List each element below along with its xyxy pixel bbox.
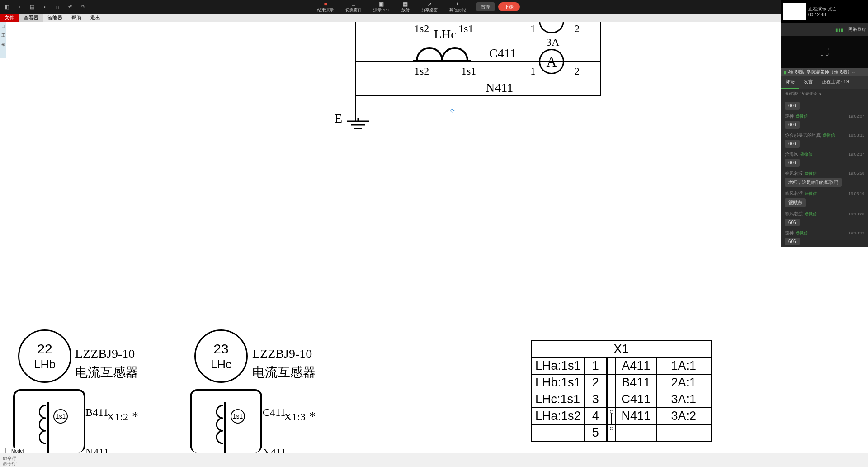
comp-22-n: N411	[85, 446, 109, 453]
fullscreen-icon[interactable]: ⛶	[820, 47, 829, 57]
app-logo-icon: ◧	[2, 2, 11, 11]
chat-settings[interactable]: 允许学生发表评论▾	[781, 89, 868, 99]
broadcast-button[interactable]: ▦放射	[396, 0, 415, 14]
chat-message: 春风若渡@微信19:06:19 很励志	[781, 189, 868, 209]
tool-1[interactable]: □	[0, 22, 6, 31]
signal-icon: ▮▮▮	[835, 27, 844, 32]
more-button[interactable]: +其他功能	[444, 0, 471, 14]
comp-23-winding-icon	[216, 403, 230, 453]
video-thumbnail[interactable]: 正在演示·桌面 00:12:48	[781, 0, 868, 23]
video-info: 正在演示·桌面 00:12:48	[808, 6, 837, 17]
new-icon[interactable]: ▫	[15, 2, 24, 11]
tab-comments[interactable]: 评论	[781, 76, 799, 89]
ammeter-icon: A	[539, 49, 564, 74]
x1-cell: LHa:1s2	[532, 408, 585, 424]
label-lhc: LHc	[434, 27, 457, 42]
share-desktop-button[interactable]: ↗分享桌面	[416, 0, 443, 14]
comp-22-star: *	[132, 409, 138, 424]
network-status: 网络良好	[848, 26, 866, 33]
signal-dot-icon: ▮	[784, 70, 787, 75]
undo-icon[interactable]: ↶	[66, 2, 75, 11]
label-1s2-mid: 1s2	[414, 65, 429, 77]
x1-cell: 4	[585, 408, 607, 424]
chat-tabs: 评论 发言 正在上课 · 19	[781, 76, 868, 89]
component-22-circle: 22 LHb	[18, 329, 71, 383]
menu-help[interactable]: 帮助	[67, 14, 86, 22]
end-class-button[interactable]: 下课	[498, 2, 520, 11]
save-icon[interactable]: ▪	[40, 2, 49, 11]
refresh-icon: ⟳	[450, 108, 455, 114]
tab-speak[interactable]: 发言	[799, 76, 817, 89]
chevron-down-icon[interactable]: ▾	[819, 92, 821, 96]
comp-22-wire: B411	[85, 406, 108, 419]
chat-message: 春风若渡@微信19:10:28 666	[781, 209, 868, 228]
x1-cell	[657, 425, 711, 441]
meeting-toolbar: ■结束演示 □切换窗口 ▣演示PPT ▦放射 ↗分享桌面 +其他功能 暂停 下课	[312, 0, 520, 14]
comp-22-winding-icon	[39, 403, 52, 453]
table-row: LHb:1s1 2 B411 2A:1	[532, 375, 711, 391]
end-present-button[interactable]: ■结束演示	[312, 0, 339, 14]
switch-window-button[interactable]: □切换窗口	[340, 0, 367, 14]
x1-cell: 2	[585, 375, 607, 391]
x1-cell: 5	[585, 425, 607, 441]
window-titlebar: ◧ ▫ ▤ ▪ n ↶ ↷ ■结束演示 □切换窗口 ▣演示PPT ▦放射 ↗分享…	[0, 0, 868, 14]
x1-cell: C411	[616, 391, 657, 407]
coil-icon	[412, 43, 476, 62]
comp-23-name: 电流互感器	[252, 364, 316, 381]
redo-icon[interactable]: ↷	[78, 2, 87, 11]
comp-23-num: 23	[203, 341, 239, 357]
comp-22-code: LHb	[34, 357, 56, 372]
command-line[interactable]: 命令行 命令行:	[0, 455, 20, 467]
menu-exit[interactable]: 退出	[86, 14, 105, 22]
label-c411: C411	[489, 46, 516, 61]
video-preview[interactable]: ⛶	[781, 36, 868, 68]
x1-cell	[616, 425, 657, 441]
comp-23-code: LHc	[211, 357, 231, 372]
comp-23-terminal: 1s1	[231, 409, 245, 424]
x1-cell: LHb:1s1	[532, 375, 585, 391]
table-row: LHa:1s1 1 A411 1A:1	[532, 358, 711, 375]
presenter-caption: ▮ 雄飞培训学院廖老师（雄飞培训...	[781, 68, 868, 76]
label-1s1-top: 1s1	[458, 23, 473, 35]
label-1-top: 1	[530, 23, 536, 35]
label-ground-e: E	[335, 111, 342, 126]
thumbnail-image	[783, 3, 806, 20]
comp-22-terminal: 1s1	[53, 409, 68, 424]
pause-button[interactable]: 暂停	[476, 2, 495, 11]
quick-access-toolbar: ◧ ▫ ▤ ▪ n ↶ ↷	[0, 2, 87, 11]
chat-message: 666	[781, 99, 868, 111]
menu-bar: 文件 查看器 智能器 帮助 退出	[0, 14, 868, 23]
tool-3[interactable]: ◉	[0, 40, 6, 49]
chat-message: 春风若渡@微信19:05:58 老师，这是咱们的班歌吗	[781, 168, 868, 189]
left-toolbar: □ 工 ◉	[0, 22, 6, 58]
label-1-mid: 1	[530, 65, 536, 77]
x1-cell: B411	[616, 375, 657, 391]
menu-smart[interactable]: 智能器	[43, 14, 67, 22]
x1-jumper	[607, 391, 616, 407]
x1-cell: 2A:1	[657, 375, 711, 391]
comp-23-wire: C411	[263, 406, 286, 419]
x1-cell: 1	[585, 358, 607, 374]
menu-viewer[interactable]: 查看器	[19, 14, 43, 22]
x1-cell: A411	[616, 358, 657, 374]
x1-cell: 3A:2	[657, 408, 711, 424]
comp-23-model: LZZBJ9-10	[252, 347, 312, 361]
chat-message: 沧海风@微信19:02:37 666	[781, 149, 868, 168]
menu-file[interactable]: 文件	[0, 14, 19, 22]
chat-message: 你会那要去的地真@微信18:53:31 666	[781, 130, 868, 149]
open-icon[interactable]: ▤	[28, 2, 37, 11]
x1-cell: 3	[585, 391, 607, 407]
chat-list[interactable]: 666 逆神@微信19:02:07 666 你会那要去的地真@微信18:53:3…	[781, 99, 868, 247]
nav-icon[interactable]: n	[53, 2, 62, 11]
tab-attendees[interactable]: 正在上课 · 19	[817, 76, 853, 89]
x1-cell	[532, 425, 585, 441]
x1-jumper	[607, 375, 616, 391]
comp-22-model: LZZBJ9-10	[75, 347, 135, 361]
tool-2[interactable]: 工	[0, 31, 6, 40]
drawing-canvas[interactable]: 1s2 LHc 1s1 1 2 1s2 1s1 C411 1 2 3A A N4…	[6, 22, 781, 453]
x1-cell: LHa:1s1	[532, 358, 585, 374]
x1-jumper	[607, 408, 616, 424]
label-3a: 3A	[546, 36, 559, 48]
present-ppt-button[interactable]: ▣演示PPT	[368, 0, 395, 14]
comp-22-num: 22	[27, 341, 62, 357]
